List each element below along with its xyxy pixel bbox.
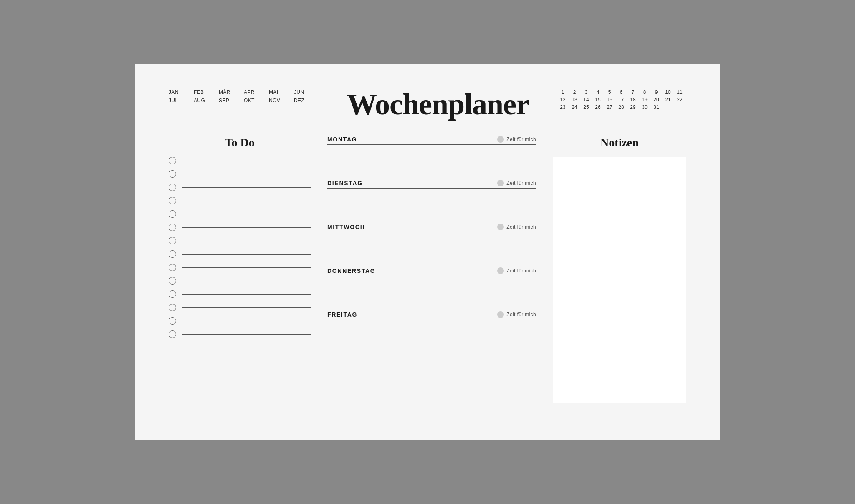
cal-31: 31: [650, 104, 662, 110]
cal-4: 4: [592, 89, 604, 95]
zeit-label-montag: Zeit für mich: [506, 136, 536, 142]
cal-28: 28: [615, 104, 627, 110]
todo-checkbox-13[interactable]: [169, 317, 176, 325]
day-header-mittwoch: MITTWOCH Zeit für mich: [327, 224, 536, 232]
todo-item-12[interactable]: [169, 304, 311, 311]
month-dez[interactable]: DEZ: [294, 98, 319, 103]
todo-checkbox-1[interactable]: [169, 157, 176, 164]
todo-item-1[interactable]: [169, 157, 311, 164]
todo-item-4[interactable]: [169, 197, 311, 204]
day-header-donnerstag: DONNERSTAG Zeit für mich: [327, 267, 536, 276]
month-sep[interactable]: SEP: [219, 98, 244, 103]
zeit-circle-dienstag: [497, 180, 504, 186]
todo-item-5[interactable]: [169, 210, 311, 218]
cal-5: 5: [604, 89, 615, 95]
month-jun[interactable]: JUN: [294, 89, 319, 95]
title-block: Wochenplaner: [336, 89, 540, 119]
zeit-block-mittwoch: Zeit für mich: [497, 224, 536, 230]
day-name-dienstag: DIENSTAG: [327, 180, 363, 186]
todo-item-13[interactable]: [169, 317, 311, 325]
month-aug[interactable]: AUG: [194, 98, 219, 103]
day-header-freitag: FREITAG Zeit für mich: [327, 311, 536, 320]
todo-line-6: [182, 227, 311, 228]
todo-item-11[interactable]: [169, 290, 311, 298]
todo-item-2[interactable]: [169, 170, 311, 178]
todo-item-7[interactable]: [169, 237, 311, 244]
month-mar[interactable]: MÄR: [219, 89, 244, 95]
cal-14: 14: [580, 97, 592, 103]
todo-item-6[interactable]: [169, 224, 311, 231]
todo-checkbox-11[interactable]: [169, 290, 176, 298]
day-name-freitag: FREITAG: [327, 311, 357, 318]
todo-checkbox-6[interactable]: [169, 224, 176, 231]
cal-17: 17: [615, 97, 627, 103]
todo-item-9[interactable]: [169, 264, 311, 271]
todo-line-13: [182, 321, 311, 321]
todo-checkbox-5[interactable]: [169, 210, 176, 218]
month-okt[interactable]: OKT: [244, 98, 269, 103]
cal-22: 22: [674, 97, 686, 103]
day-block-donnerstag: DONNERSTAG Zeit für mich: [327, 267, 536, 309]
todo-item-14[interactable]: [169, 330, 311, 338]
cal-11: 11: [674, 89, 686, 95]
cal-1: 1: [557, 89, 569, 95]
months-grid: JAN FEB MÄR APR MAI JUN JUL AUG SEP OKT …: [169, 89, 319, 103]
todo-checkbox-9[interactable]: [169, 264, 176, 271]
todo-line-9: [182, 267, 311, 268]
todo-section: To Do: [169, 136, 311, 403]
todo-checkbox-4[interactable]: [169, 197, 176, 204]
cal-2: 2: [569, 89, 580, 95]
todo-line-2: [182, 174, 311, 174]
cal-20: 20: [650, 97, 662, 103]
zeit-label-mittwoch: Zeit für mich: [506, 224, 536, 230]
todo-checkbox-3[interactable]: [169, 184, 176, 191]
day-name-montag: MONTAG: [327, 136, 357, 143]
month-apr[interactable]: APR: [244, 89, 269, 95]
todo-checkbox-10[interactable]: [169, 277, 176, 285]
zeit-block-montag: Zeit für mich: [497, 136, 536, 143]
day-name-mittwoch: MITTWOCH: [327, 224, 365, 230]
todo-item-3[interactable]: [169, 184, 311, 191]
month-nov[interactable]: NOV: [269, 98, 294, 103]
cal-23: 23: [557, 104, 569, 110]
todo-checkbox-8[interactable]: [169, 250, 176, 258]
zeit-block-donnerstag: Zeit für mich: [497, 267, 536, 274]
main-content: To Do: [169, 136, 686, 403]
todo-line-5: [182, 214, 311, 214]
cal-12: 12: [557, 97, 569, 103]
month-feb[interactable]: FEB: [194, 89, 219, 95]
day-header-dienstag: DIENSTAG Zeit für mich: [327, 180, 536, 189]
cal-empty2: [674, 104, 686, 110]
month-mai[interactable]: MAI: [269, 89, 294, 95]
mini-calendar: 1 2 3 4 5 6 7 8 9 10 11 12 13 14 15 16 1…: [557, 89, 686, 110]
todo-checkbox-2[interactable]: [169, 170, 176, 178]
notes-section: Notizen: [553, 136, 686, 403]
cal-10: 10: [662, 89, 674, 95]
zeit-block-dienstag: Zeit für mich: [497, 180, 536, 186]
zeit-block-freitag: Zeit für mich: [497, 311, 536, 318]
month-jan[interactable]: JAN: [169, 89, 194, 95]
todo-line-1: [182, 161, 311, 161]
todo-line-10: [182, 281, 311, 281]
cal-29: 29: [627, 104, 639, 110]
zeit-circle-donnerstag: [497, 267, 504, 274]
month-jul[interactable]: JUL: [169, 98, 194, 103]
notes-box[interactable]: [553, 157, 686, 403]
todo-line-11: [182, 294, 311, 295]
cal-16: 16: [604, 97, 615, 103]
todo-line-8: [182, 254, 311, 255]
cal-7: 7: [627, 89, 639, 95]
todo-checkbox-14[interactable]: [169, 330, 176, 338]
cal-25: 25: [580, 104, 592, 110]
todo-checkbox-12[interactable]: [169, 304, 176, 311]
notes-title: Notizen: [553, 136, 686, 149]
todo-item-8[interactable]: [169, 250, 311, 258]
todo-item-10[interactable]: [169, 277, 311, 285]
todo-checkbox-7[interactable]: [169, 237, 176, 244]
months-section: JAN FEB MÄR APR MAI JUN JUL AUG SEP OKT …: [169, 89, 319, 103]
zeit-label-freitag: Zeit für mich: [506, 312, 536, 318]
day-block-freitag: FREITAG Zeit für mich: [327, 311, 536, 353]
todo-line-3: [182, 187, 311, 188]
todo-line-14: [182, 334, 311, 335]
day-block-dienstag: DIENSTAG Zeit für mich: [327, 180, 536, 221]
